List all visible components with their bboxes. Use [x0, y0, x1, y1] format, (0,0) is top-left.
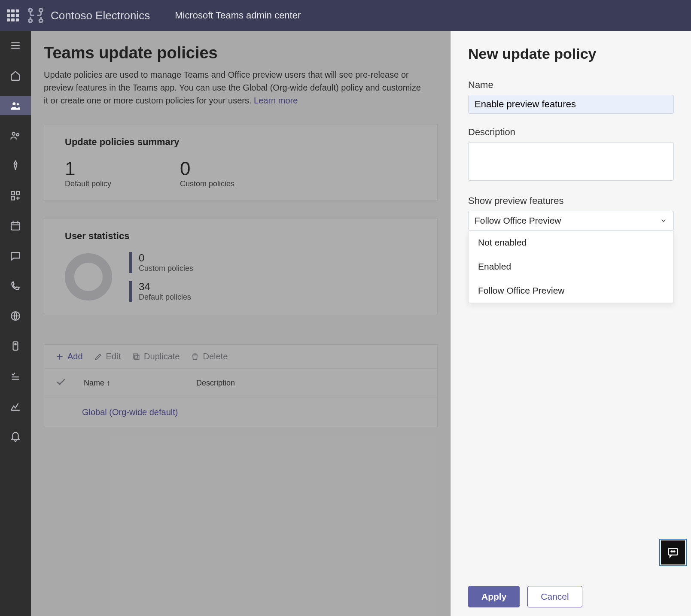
svg-point-8 [17, 103, 19, 105]
nav-analytics[interactable] [0, 397, 31, 416]
svg-point-9 [12, 132, 15, 135]
app-title: Microsoft Teams admin center [175, 10, 301, 21]
new-policy-panel: New update policy Name Description Show … [451, 31, 691, 616]
nav-locations[interactable] [0, 306, 31, 325]
svg-point-29 [671, 551, 672, 552]
svg-rect-14 [11, 222, 20, 230]
preview-select[interactable]: Follow Office Preview [468, 211, 674, 231]
brand: Contoso Electronics [27, 6, 150, 24]
name-input[interactable] [468, 95, 674, 114]
preview-option-enabled[interactable]: Enabled [469, 255, 673, 279]
nav-apps[interactable] [0, 186, 31, 205]
preview-option-not-enabled[interactable]: Not enabled [469, 231, 673, 255]
preview-dropdown: Not enabled Enabled Follow Office Previe… [468, 231, 674, 303]
brand-logo-icon [27, 6, 45, 24]
svg-rect-12 [16, 191, 20, 195]
app-launcher-icon[interactable] [7, 9, 19, 21]
svg-point-7 [12, 102, 15, 105]
nav-meetings[interactable] [0, 216, 31, 235]
svg-point-2 [29, 19, 32, 22]
svg-point-0 [29, 9, 32, 12]
brand-name: Contoso Electronics [51, 9, 150, 22]
panel-title: New update policy [468, 46, 674, 62]
nav-policy-packages[interactable] [0, 337, 31, 355]
feedback-button[interactable] [661, 540, 685, 564]
nav-menu-toggle[interactable] [0, 36, 31, 55]
name-label: Name [468, 79, 674, 91]
main-content: Teams update policies Update policies ar… [31, 31, 451, 616]
svg-point-30 [673, 551, 673, 552]
nav-notifications[interactable] [0, 427, 31, 446]
svg-point-10 [17, 134, 19, 136]
left-nav [0, 31, 31, 616]
top-header: Contoso Electronics Microsoft Teams admi… [0, 0, 691, 31]
nav-planning[interactable] [0, 367, 31, 385]
nav-messaging[interactable] [0, 246, 31, 265]
svg-point-20 [15, 343, 16, 345]
nav-voice[interactable] [0, 276, 31, 295]
nav-home[interactable] [0, 66, 31, 85]
preview-selected-value: Follow Office Preview [475, 215, 561, 226]
svg-point-1 [39, 9, 43, 12]
preview-option-follow-office[interactable]: Follow Office Preview [469, 279, 673, 303]
nav-users[interactable] [0, 126, 31, 145]
modal-scrim[interactable] [31, 31, 451, 616]
panel-actions: Apply Cancel [468, 577, 674, 607]
chevron-down-icon [660, 217, 667, 225]
cancel-button[interactable]: Cancel [527, 586, 582, 607]
nav-devices[interactable] [0, 156, 31, 175]
svg-point-3 [39, 19, 43, 22]
description-input[interactable] [468, 142, 674, 181]
description-label: Description [468, 127, 674, 138]
feedback-icon [667, 546, 679, 558]
svg-rect-13 [11, 197, 15, 200]
apply-button[interactable]: Apply [468, 586, 520, 607]
preview-label: Show preview features [468, 195, 674, 206]
nav-teams[interactable] [0, 96, 31, 115]
svg-rect-11 [11, 191, 15, 195]
svg-point-31 [674, 551, 675, 552]
